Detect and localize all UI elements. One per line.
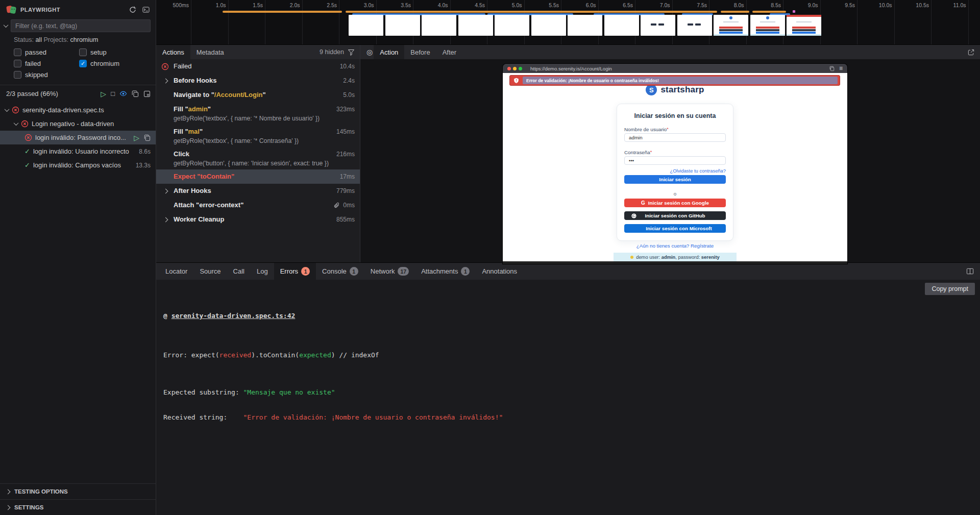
run-test-button[interactable]: ▷	[134, 134, 139, 141]
checkbox-box[interactable]	[14, 48, 21, 56]
chevron-down-icon[interactable]	[14, 120, 19, 126]
status-value[interactable]: all	[35, 36, 42, 43]
filmstrip-thumbnail[interactable]	[349, 15, 383, 36]
copy-prompt-button[interactable]: Copy prompt	[925, 283, 975, 295]
copy-test-icon[interactable]	[144, 134, 151, 141]
action-row-worker-cleanup[interactable]: Worker Cleanup 855ms	[156, 212, 360, 227]
filmstrip-thumbnail[interactable]	[677, 15, 712, 36]
filter-funnel-icon[interactable]	[348, 48, 355, 56]
action-row-before-hooks[interactable]: Before Hooks 2.4s	[156, 73, 360, 88]
traffic-light-maximize[interactable]	[519, 67, 522, 70]
tab-metadata[interactable]: Metadata	[190, 45, 230, 59]
filmstrip-thumbnail[interactable]	[604, 15, 639, 36]
password-input[interactable]: •••	[624, 156, 726, 165]
action-row-expect-selected[interactable]: Expect "toContain" 17ms	[156, 169, 360, 184]
checkbox-passed[interactable]: passed	[14, 48, 79, 56]
checkbox-failed[interactable]: failed	[14, 60, 79, 67]
tab-annotations[interactable]: Annotations	[476, 263, 523, 280]
sign-in-button[interactable]: Iniciar sesión	[624, 175, 726, 184]
actions-tab-bar: Actions Metadata 9 hidden	[156, 45, 360, 59]
run-tests-button[interactable]: ▷	[101, 90, 106, 97]
tab-network[interactable]: Network17	[364, 263, 415, 280]
action-row-failed[interactable]: Failed 10.4s	[156, 59, 360, 73]
action-row-after-hooks[interactable]: After Hooks 779ms	[156, 184, 360, 198]
traffic-light-close[interactable]	[507, 67, 511, 70]
chevron-down-icon[interactable]	[4, 22, 9, 28]
open-external-icon[interactable]	[967, 48, 975, 56]
checkbox-skipped[interactable]: skipped	[14, 71, 79, 79]
chevron-right-icon[interactable]	[163, 189, 168, 194]
tab-log[interactable]: Log	[251, 263, 274, 280]
chevron-right-icon[interactable]	[163, 217, 168, 223]
tab-console[interactable]: Console1	[316, 263, 364, 280]
toggle-split-panel-icon[interactable]	[966, 267, 974, 275]
error-location-link[interactable]: serenity-data-driven.spec.ts:42	[172, 312, 296, 320]
tab-attachments[interactable]: Attachments1	[415, 263, 476, 280]
tree-row-spec-file[interactable]: serenity-data-driven.spec.ts	[0, 103, 156, 117]
filmstrip-thumbnail[interactable]	[531, 15, 566, 36]
tab-errors[interactable]: Errors1	[274, 263, 316, 280]
tree-row-test-passed-2[interactable]: ✓ login inválido: Campos vacíos 13.3s	[0, 158, 156, 172]
filmstrip-thumbnail[interactable]	[458, 15, 493, 36]
watch-eye-icon[interactable]	[119, 90, 127, 97]
google-sign-in-button[interactable]: GIniciar sesión con Google	[624, 199, 726, 207]
address-bar-url[interactable]: https://demo.serenity.is/Account/Login	[530, 66, 612, 71]
collapse-copy-icon[interactable]	[132, 90, 139, 97]
action-row-fill-username[interactable]: Fill "admin" 323ms getByRole('textbox', …	[156, 102, 360, 125]
username-input[interactable]: admin	[624, 133, 726, 142]
tree-row-suite[interactable]: Login negativo - data-driven	[0, 117, 156, 131]
tree-row-test-passed-1[interactable]: ✓ login inválido: Usuario incorrecto 8.6…	[0, 144, 156, 158]
register-link[interactable]: ¿Aún no tienes cuenta? Regístrate	[503, 243, 847, 249]
filmstrip-thumbnail[interactable]	[385, 15, 420, 36]
browser-menu-icon[interactable]: ≡	[839, 65, 843, 72]
traffic-light-minimize[interactable]	[513, 67, 517, 70]
checkbox-box[interactable]	[14, 60, 21, 67]
projects-value[interactable]: chromium	[70, 36, 99, 43]
action-row-navigate[interactable]: Navigate to "/Account/Login" 5.0s	[156, 88, 360, 102]
filmstrip-thumbnail[interactable]	[641, 15, 675, 36]
copy-url-icon[interactable]	[829, 66, 835, 71]
filmstrip-thumbnail[interactable]	[422, 15, 456, 36]
checkbox-box[interactable]	[14, 71, 21, 79]
ruler-tick: 500ms	[156, 0, 191, 44]
tab-locator[interactable]: Locator	[159, 263, 193, 280]
section-testing-options[interactable]: TESTING OPTIONS	[0, 483, 156, 499]
tab-source[interactable]: Source	[193, 263, 227, 280]
actions-list: Failed 10.4s Before Hooks 2.4s Navigate …	[156, 59, 360, 262]
action-row-attach[interactable]: Attach "error-context" 0ms	[156, 198, 360, 212]
filmstrip-thumbnail[interactable]	[568, 15, 602, 36]
refresh-tests-button[interactable]	[129, 6, 136, 13]
tab-after[interactable]: After	[436, 45, 462, 59]
tab-actions[interactable]: Actions	[156, 45, 190, 59]
filmstrip-thumbnail[interactable]	[714, 15, 748, 36]
filmstrip-thumbnail[interactable]	[750, 15, 785, 36]
checkbox-box-checked[interactable]: ✓	[79, 60, 87, 67]
action-locator: getByRole('textbox', { name: '* Nombre d…	[174, 115, 327, 122]
microsoft-sign-in-button[interactable]: Iniciar sesión con Microsoft	[624, 224, 726, 233]
pick-locator-target-icon[interactable]: ◎	[360, 45, 374, 59]
checkbox-box[interactable]	[79, 48, 87, 56]
stop-tests-button[interactable]: □	[111, 90, 115, 97]
filter-input[interactable]	[11, 19, 151, 32]
section-settings[interactable]: SETTINGS	[0, 499, 156, 515]
trace-timeline[interactable]: 500ms 1.0s 1.5s 2.0s 2.5s 3.0s 3.5s 4.0s…	[156, 0, 980, 45]
checkbox-chromium[interactable]: ✓chromium	[79, 60, 151, 67]
new-window-plus-icon[interactable]	[143, 90, 151, 97]
tab-call[interactable]: Call	[227, 263, 251, 280]
validation-error-toast[interactable]: Error de validación: ¡Nombre de usuario …	[509, 75, 840, 86]
github-sign-in-button[interactable]: Iniciar sesión con GitHub	[624, 211, 726, 220]
chevron-down-icon[interactable]	[5, 107, 10, 112]
filmstrip-thumbnail[interactable]	[495, 15, 529, 36]
tab-action[interactable]: Action	[374, 45, 404, 59]
chevron-right-icon[interactable]	[163, 79, 168, 84]
checkbox-setup[interactable]: setup	[79, 48, 151, 56]
action-row-fill-password[interactable]: Fill "mal" 145ms getByRole('textbox', { …	[156, 125, 360, 147]
show-output-terminal-button[interactable]	[142, 6, 150, 13]
projects-label: Projects:	[43, 36, 68, 43]
filmstrip-thumbnail[interactable]	[787, 15, 821, 36]
action-row-click[interactable]: Click 216ms getByRole('button', { name: …	[156, 147, 360, 169]
forgot-password-link[interactable]: ¿Olvidaste tu contraseña?	[624, 168, 726, 174]
tree-row-test-failed[interactable]: login inválido: Password inco... ▷	[0, 131, 156, 144]
tab-before[interactable]: Before	[404, 45, 436, 59]
check-icon: ✓	[24, 148, 30, 155]
